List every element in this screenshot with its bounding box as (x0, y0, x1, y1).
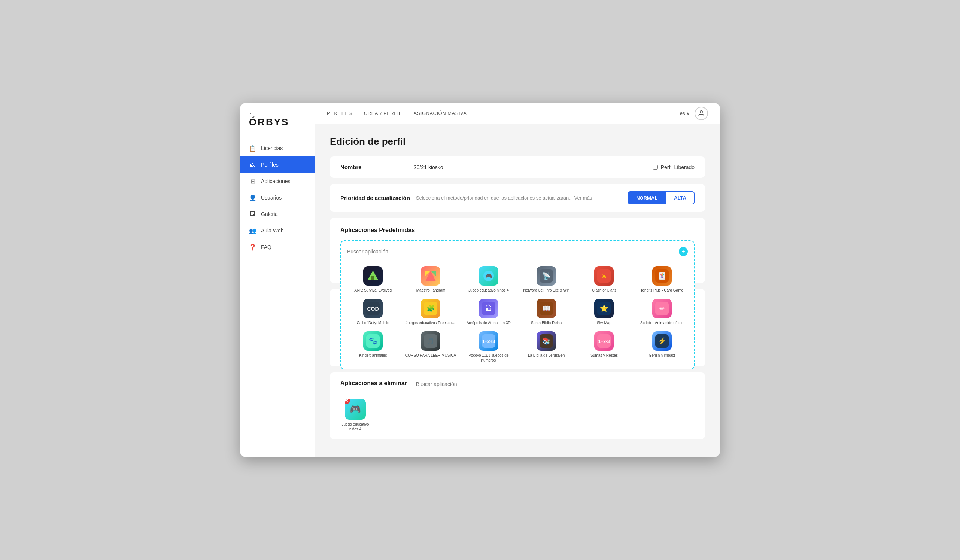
dropdown-app-network[interactable]: 📡 Network Cell Info Lite & Wifi (520, 266, 572, 293)
user-avatar[interactable] (694, 107, 708, 120)
app-icon-eliminar-edu4: ✕ 🎮 (345, 398, 366, 420)
topnav-right: es ∨ (680, 107, 708, 120)
dropdown-name-juegosp: Juegos educativos Preescolar (406, 320, 456, 325)
language-selector[interactable]: es ∨ (680, 110, 690, 116)
sidebar-label-usuarios: Usuarios (261, 195, 282, 201)
dropdown-app-curso[interactable]: 🎵 CURSO PARA LEER MÚSICA (405, 331, 456, 363)
sidebar-item-usuarios[interactable]: 👤 Usuarios (240, 189, 315, 206)
dropdown-name-kinder: Kinder: animales (359, 353, 387, 358)
dropdown-name-pocoyo: Pocoyo 1,2,3 Juegos de números (463, 353, 514, 363)
svg-text:⚔: ⚔ (601, 272, 607, 280)
dropdown-name-clash: Clash of Clans (592, 288, 616, 293)
svg-text:📚: 📚 (542, 337, 551, 345)
prioridad-desc: Selecciona el método/prioridad en que la… (416, 195, 622, 201)
page-content: Edición de perfil Nombre Perfil Liberado… (315, 124, 720, 457)
dropdown-icon-skymap: ⭐ (594, 299, 614, 318)
svg-text:🃏: 🃏 (658, 272, 666, 280)
dropdown-app-tongits[interactable]: 🃏 Tongits Plus - Card Game (636, 266, 688, 293)
perfil-liberado-label[interactable]: Perfil Liberado (653, 164, 694, 170)
dropdown-icon-clash: ⚔ (594, 266, 614, 286)
btn-normal[interactable]: NORMAL (628, 191, 666, 205)
app-item-eliminar-edu4[interactable]: ✕ 🎮 Juego educativo niños 4 (340, 398, 370, 432)
svg-text:🎮: 🎮 (485, 273, 492, 279)
topnav-perfiles[interactable]: PERFILES (327, 109, 352, 118)
dropdown-name-tangram: Maestro Tangram (416, 288, 446, 293)
dropdown-app-tangram[interactable]: Maestro Tangram (405, 266, 456, 293)
dropdown-icon-acropolis: 🏛 (479, 299, 498, 318)
aplicaciones-icon: ⊞ (249, 178, 256, 185)
dropdown-icon-cod: COD (363, 299, 382, 318)
btn-alta[interactable]: ALTA (666, 191, 694, 205)
dropdown-icon-sumas: 1+2-3 (594, 331, 614, 351)
page-title: Edición de perfil (330, 136, 705, 147)
dropdown-app-grid: ARK: Survival Evolved Maestro Tangram 🎮 (347, 266, 688, 363)
dropdown-name-ark: ARK: Survival Evolved (354, 288, 392, 293)
dropdown-app-scribbl[interactable]: ✏ Scribbl - Animación efecto (636, 299, 688, 325)
dropdown-name-jerusalen: La Biblia de Jerusalén (528, 353, 565, 358)
svg-text:COD: COD (367, 306, 379, 312)
dropdown-icon-edu4: 🎮 (479, 266, 498, 286)
nombre-input[interactable] (414, 164, 647, 170)
svg-text:1+2-3: 1+2-3 (598, 339, 610, 344)
dropdown-app-edu4[interactable]: 🎮 Juego educativo niños 4 (463, 266, 514, 293)
dropdown-app-biblia[interactable]: 📖 Santa Biblia Reina (520, 299, 572, 325)
apps-eliminar-grid: ✕ 🎮 Juego educativo niños 4 (340, 398, 694, 432)
dropdown-icon-juegosp: 🧩 (421, 299, 440, 318)
dropdown-app-kinder[interactable]: 🐾 Kinder: animales (347, 331, 399, 363)
svg-text:⭐: ⭐ (600, 304, 608, 312)
dropdown-app-acropolis[interactable]: 🏛 Acrópolis de Atenas en 3D (463, 299, 514, 325)
dropdown-icon-genshin: ⚡ (652, 331, 672, 351)
dropdown-app-ark[interactable]: ARK: Survival Evolved (347, 266, 399, 293)
svg-text:📡: 📡 (542, 272, 551, 280)
sidebar-item-licencias[interactable]: 📋 Licencias (240, 140, 315, 157)
dropdown-name-biblia: Santa Biblia Reina (531, 320, 562, 325)
priority-btn-group: NORMAL ALTA (628, 191, 694, 205)
dropdown-icon-kinder: 🐾 (363, 331, 382, 351)
usuarios-icon: 👤 (249, 194, 256, 202)
nombre-label: Nombre (340, 164, 408, 170)
dropdown-app-pocoyo[interactable]: 1+2+3 Pocoyo 1,2,3 Juegos de números (463, 331, 514, 363)
delete-badge-edu4[interactable]: ✕ (345, 398, 350, 404)
sidebar-item-aplicaciones[interactable]: ⊞ Aplicaciones (240, 173, 315, 189)
svg-text:🏛: 🏛 (485, 304, 492, 312)
dropdown-icon-tangram (421, 266, 440, 286)
svg-text:✏: ✏ (659, 305, 665, 312)
app-name-eliminar-edu4: Juego educativo niños 4 (340, 422, 370, 432)
perfiles-icon: 🗂 (249, 161, 256, 168)
dropdown-app-sumas[interactable]: 1+2-3 Sumas y Restas (578, 331, 630, 363)
dropdown-app-clash[interactable]: ⚔ Clash of Clans (578, 266, 630, 293)
sidebar-item-faq[interactable]: ❓ FAQ (240, 239, 315, 255)
app-search-bar: + (347, 247, 688, 260)
dropdown-icon-tongits: 🃏 (652, 266, 672, 286)
perfil-liberado-checkbox[interactable] (653, 165, 658, 170)
app-predefinidas-title: Aplicaciones Predefinidas (340, 227, 694, 234)
logo-text: ÓRBYS (249, 117, 289, 128)
dropdown-app-juegosp[interactable]: 🧩 Juegos educativos Preescolar (405, 299, 456, 325)
top-navigation: PERFILES CREAR PERFIL ASIGNACIÓN MASIVA … (315, 103, 720, 124)
dropdown-name-network: Network Cell Info Lite & Wifi (523, 288, 570, 293)
nombre-section: Nombre Perfil Liberado (330, 157, 705, 178)
apps-eliminar-search (416, 381, 694, 390)
apps-eliminar-input[interactable] (416, 381, 694, 387)
sidebar-item-aulaweb[interactable]: 👥 Aula Web (240, 222, 315, 239)
dropdown-name-skymap: Sky Map (597, 320, 611, 325)
prioridad-label: Prioridad de actualización (340, 195, 410, 201)
dropdown-app-cod[interactable]: COD Call of Duty: Mobile (347, 299, 399, 325)
prioridad-section: Prioridad de actualización Selecciona el… (330, 184, 705, 212)
dropdown-app-skymap[interactable]: ⭐ Sky Map (578, 299, 630, 325)
dropdown-name-edu4: Juego educativo niños 4 (469, 288, 509, 293)
topnav-asignacion[interactable]: ASIGNACIÓN MASIVA (414, 109, 467, 118)
svg-text:⚡: ⚡ (658, 337, 666, 345)
dropdown-name-tongits: Tongits Plus - Card Game (641, 288, 684, 293)
sidebar-item-perfiles[interactable]: 🗂 Perfiles (240, 157, 315, 173)
aulaweb-icon: 👥 (249, 227, 256, 234)
dropdown-name-sumas: Sumas y Restas (590, 353, 618, 358)
dropdown-name-curso: CURSO PARA LEER MÚSICA (405, 353, 456, 358)
search-add-button[interactable]: + (679, 247, 688, 256)
sidebar-item-galeria[interactable]: 🖼 Galeria (240, 206, 315, 222)
dropdown-app-genshin[interactable]: ⚡ Genshin Impact (636, 331, 688, 363)
dropdown-app-jerusalen[interactable]: 📚 La Biblia de Jerusalén (520, 331, 572, 363)
sidebar: • ÓRBYS 📋 Licencias 🗂 Perfiles ⊞ Aplicac… (240, 103, 315, 457)
topnav-crear-perfil[interactable]: CREAR PERFIL (364, 109, 402, 118)
app-search-input[interactable] (347, 248, 679, 254)
